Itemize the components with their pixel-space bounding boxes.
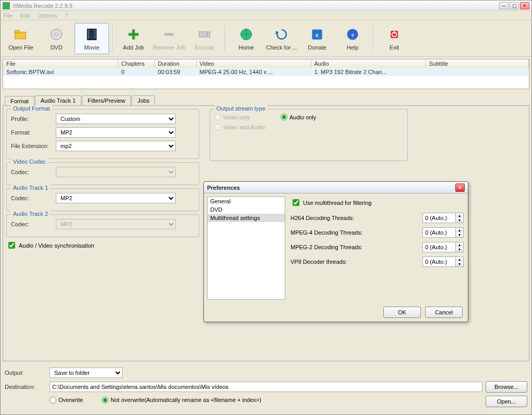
- euro-icon: €: [309, 26, 325, 43]
- svg-rect-14: [94, 37, 95, 38]
- h264-spinner[interactable]: ▲▼: [422, 213, 464, 223]
- prefs-item-dvd[interactable]: DVD: [208, 205, 285, 214]
- radio-video-only: Video only: [214, 114, 265, 120]
- help-icon: ?: [344, 26, 361, 43]
- col-video[interactable]: Video: [196, 59, 311, 68]
- menu-edit[interactable]: Edit: [20, 13, 30, 19]
- cancel-button[interactable]: Cancel: [425, 307, 463, 318]
- svg-point-3: [55, 33, 57, 35]
- audio1-codec-label: Codec:: [11, 195, 53, 201]
- file-list[interactable]: File Chapters Duration Video Audio Subti…: [3, 59, 529, 89]
- prefs-item-multithread[interactable]: Multithread settings: [208, 214, 285, 222]
- audio1-codec-select[interactable]: MP2: [56, 193, 176, 203]
- chevron-up-icon[interactable]: ▲: [456, 257, 463, 262]
- dialog-titlebar[interactable]: Preferences ✕: [204, 182, 468, 193]
- audio2-codec-label: Codec:: [11, 221, 53, 227]
- profile-select[interactable]: Custom: [56, 114, 176, 124]
- svg-rect-12: [94, 33, 95, 34]
- menu-file[interactable]: File: [4, 13, 13, 19]
- home-button[interactable]: Home: [229, 23, 263, 54]
- tab-format[interactable]: Format: [5, 96, 34, 106]
- tab-audio1[interactable]: Audio Track 1: [35, 95, 81, 105]
- use-multithread-checkbox[interactable]: Use multithread for filtering: [291, 198, 464, 207]
- prefs-item-general[interactable]: General: [208, 197, 285, 205]
- svg-rect-5: [88, 30, 89, 31]
- radio-overwrite[interactable]: Overwrite: [50, 397, 83, 404]
- power-icon: [386, 26, 403, 43]
- chevron-down-icon[interactable]: ▼: [456, 218, 463, 223]
- chevron-down-icon[interactable]: ▼: [456, 247, 463, 252]
- group-output-format: Output Format Profile: Custom Format: MP…: [6, 109, 199, 159]
- mpeg4-spinner[interactable]: ▲▼: [422, 227, 464, 238]
- maximize-button[interactable]: ▢: [510, 2, 519, 9]
- video-codec-label: Codec:: [11, 169, 53, 175]
- menu-help[interactable]: ?: [65, 13, 68, 19]
- svg-rect-9: [88, 37, 89, 38]
- chevron-up-icon[interactable]: ▲: [456, 228, 463, 233]
- svg-rect-8: [88, 35, 89, 36]
- dialog-close-icon[interactable]: ✕: [455, 184, 465, 192]
- check-updates-button[interactable]: Check for ...: [264, 23, 299, 54]
- bottom-bar: Output: Save to folder Destination: Brow…: [1, 363, 531, 414]
- browse-button[interactable]: Browse...: [486, 381, 527, 393]
- svg-text:€: €: [316, 32, 319, 38]
- open-button[interactable]: Open...: [486, 396, 527, 407]
- format-select[interactable]: MP2: [56, 127, 176, 138]
- col-chapters[interactable]: Chapters: [118, 59, 154, 68]
- tab-jobs[interactable]: Jobs: [131, 95, 155, 105]
- output-select[interactable]: Save to folder: [50, 368, 123, 378]
- dialog-title: Preferences: [207, 185, 455, 191]
- tab-filters[interactable]: Filters/Preview: [82, 95, 131, 105]
- ext-select[interactable]: mp2: [56, 141, 176, 151]
- toolbar-separator: [112, 26, 113, 52]
- open-file-button[interactable]: Open File: [4, 23, 38, 54]
- svg-rect-13: [94, 35, 95, 36]
- radio-not-overwrite[interactable]: Not overwrite(Automatically rename as <f…: [102, 397, 261, 404]
- globe-icon: [238, 26, 255, 43]
- svg-rect-17: [164, 33, 174, 35]
- exit-button[interactable]: Exit: [377, 23, 412, 54]
- add-job-button[interactable]: Add Job: [116, 23, 151, 54]
- col-duration[interactable]: Duration: [154, 59, 196, 68]
- prefs-category-list[interactable]: General DVD Multithread settings: [207, 197, 285, 300]
- chevron-down-icon[interactable]: ▼: [456, 233, 463, 237]
- donate-button[interactable]: € Donate: [300, 23, 334, 54]
- chevron-up-icon[interactable]: ▲: [456, 213, 463, 218]
- help-button[interactable]: ? Help: [335, 23, 370, 54]
- chevron-up-icon[interactable]: ▲: [456, 242, 463, 247]
- refresh-icon: [273, 26, 290, 43]
- svg-rect-16: [128, 33, 138, 35]
- tab-strip: Format Audio Track 1 Filters/Preview Job…: [3, 95, 529, 105]
- close-button[interactable]: ✕: [520, 2, 529, 9]
- col-file[interactable]: File: [3, 59, 118, 68]
- svg-rect-28: [394, 31, 395, 34]
- h264-label: H264 Decoding Threads:: [291, 215, 422, 221]
- mpeg2-spinner[interactable]: ▲▼: [422, 242, 464, 252]
- folder-icon: [13, 26, 29, 43]
- group-audio-track2: Audio Track 2 Codec: MP2: [6, 214, 199, 237]
- radio-audio-only[interactable]: Audio only: [281, 114, 316, 120]
- mpeg4-label: MPEG-4 Decoding Threads:: [291, 229, 422, 236]
- destination-input[interactable]: [50, 382, 482, 392]
- destination-label: Destination:: [5, 384, 46, 390]
- output-label: Output:: [5, 370, 46, 376]
- ok-button[interactable]: OK: [383, 307, 421, 318]
- av-sync-checkbox[interactable]: Audio / Video synchronisation: [6, 240, 199, 250]
- preferences-dialog: Preferences ✕ General DVD Multithread se…: [203, 181, 468, 322]
- svg-rect-6: [88, 32, 89, 33]
- ext-label: File Extension:: [11, 143, 53, 149]
- remove-job-button[interactable]: Remove Job: [152, 23, 186, 54]
- menu-options[interactable]: Options: [38, 13, 57, 19]
- group-audio-track1: Audio Track 1 Codec: MP2: [6, 188, 199, 211]
- chevron-down-icon[interactable]: ▼: [456, 262, 463, 266]
- toolbar-separator: [373, 26, 374, 52]
- encode-button[interactable]: Encode: [187, 23, 222, 54]
- file-row[interactable]: Softonic BPTW.avi 0 00:03:59 MPEG-4 25.0…: [3, 68, 529, 76]
- vp8-spinner[interactable]: ▲▼: [422, 257, 464, 267]
- col-audio[interactable]: Audio: [311, 59, 426, 68]
- dvd-button[interactable]: DVD: [39, 23, 74, 54]
- minimize-button[interactable]: —: [499, 2, 509, 9]
- col-subtitle[interactable]: Subtitle: [426, 59, 529, 68]
- toolbar-separator: [225, 26, 226, 52]
- movie-button[interactable]: Movie: [75, 23, 109, 54]
